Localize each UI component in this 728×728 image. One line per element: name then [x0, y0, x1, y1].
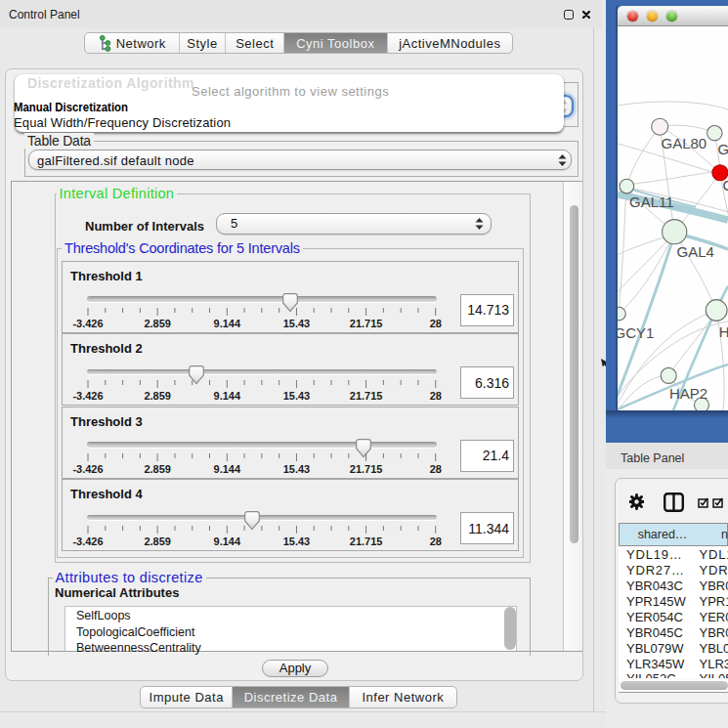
svg-text:GCY1: GCY1 [618, 324, 654, 341]
svg-text:HAP2: HAP2 [669, 385, 707, 402]
svg-text:GAL11: GAL11 [629, 193, 674, 210]
svg-text:GAL80: GAL80 [662, 135, 707, 151]
svg-text:GAL4: GAL4 [677, 243, 714, 260]
svg-text:H: H [719, 323, 728, 340]
svg-text:GA: GA [718, 141, 728, 157]
svg-text:C: C [723, 177, 728, 193]
